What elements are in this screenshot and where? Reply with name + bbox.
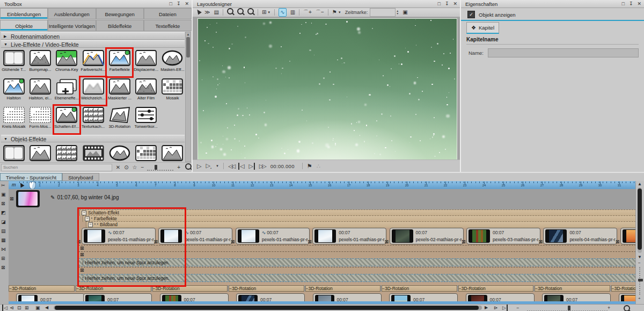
add-keyframe-icon[interactable]: ⌒+ xyxy=(303,9,312,16)
timeline-ruler[interactable]: m 12345678910111213141516171819202122232… xyxy=(9,181,636,189)
tab-texteffekte[interactable]: Texteffekte xyxy=(144,20,192,31)
tab-einblendungen[interactable]: Einblendungen xyxy=(0,8,48,19)
remove-keyframe-icon[interactable]: ⌒− xyxy=(316,9,324,16)
effect-gl-hende-t-[interactable]: Glühende T... xyxy=(1,48,27,77)
effect-grey[interactable] xyxy=(159,143,186,163)
select-tool-icon[interactable] xyxy=(196,9,201,16)
section-routenanimationen[interactable]: ▶ Routenanimationen xyxy=(1,32,185,40)
zoom-out-icon[interactable] xyxy=(237,8,244,17)
pin-icon[interactable]: ↧ xyxy=(177,0,181,8)
close-icon[interactable]: ✕ xyxy=(453,0,457,8)
effect-schatten-ef-[interactable]: Schatten-Ef... xyxy=(54,105,80,134)
new-track-dropzone[interactable]: ↕ Hierher ziehen, um neue Spur anzulegen… xyxy=(78,274,636,282)
scrollbar-thumb[interactable] xyxy=(186,37,190,57)
timeline-magnifier-icon[interactable] xyxy=(624,305,630,311)
transition-icon[interactable]: ⊠ xyxy=(231,240,235,244)
track-header-3d-rotation[interactable]: −3D-Rotation xyxy=(76,285,151,292)
timeline-clip[interactable]: ∿00:07pexels-01-mathias-pr-rec xyxy=(158,228,232,244)
effect-texturkach-[interactable]: Texturkach... xyxy=(80,105,106,134)
empty-track-row[interactable]: ⊠ xyxy=(78,267,636,274)
track-height-plus-icon[interactable]: + xyxy=(638,296,641,301)
view-mode-icon[interactable]: ⊞ xyxy=(25,305,29,311)
preview-zoom-icon[interactable] xyxy=(185,163,192,171)
close-icon[interactable]: ✕ xyxy=(637,0,641,8)
fast-forward-icon[interactable]: ▷▷ xyxy=(259,163,265,170)
new-track-dropzone[interactable]: ↕ Hierher ziehen, um neue Spur anzulegen… xyxy=(78,258,636,266)
maximize-icon[interactable]: □ xyxy=(437,0,440,8)
scroll-down-icon[interactable]: ▼ xyxy=(638,255,642,259)
name-field[interactable] xyxy=(488,48,639,57)
transition-icon[interactable]: ⊠ xyxy=(77,240,81,244)
zoom-in-plus-icon[interactable]: + xyxy=(177,164,180,171)
track-height-minus-icon[interactable]: − xyxy=(638,261,641,265)
bg-clip-label[interactable]: ✎01:07,60, bg winter 04.jpg xyxy=(50,194,119,200)
timeline-clip[interactable]: 00:07pexels-02-mathias-pr-rec xyxy=(390,228,464,244)
transition-icon[interactable]: ⊠ xyxy=(80,268,84,273)
transition-tool-icon[interactable]: ⊠ xyxy=(1,201,5,206)
zoom-fit-icon[interactable] xyxy=(247,8,254,17)
tab-bildeffekte[interactable]: Bildeffekte xyxy=(96,20,144,31)
timeline-zoom-out-icon[interactable]: − xyxy=(516,305,519,311)
effect-ebeneneffe-[interactable]: Ebeneneffe... xyxy=(54,77,80,105)
thumbnail-size-slider[interactable] xyxy=(147,164,173,171)
collapse-icon[interactable]: − xyxy=(88,222,93,227)
flag-dropdown-icon[interactable]: ▼ xyxy=(338,9,341,16)
play-dropdown-icon[interactable]: ▼ xyxy=(216,164,219,168)
transition-icon[interactable]: ⊠ xyxy=(462,240,466,244)
keyframe-jump-icon[interactable]: ⚑ xyxy=(307,163,312,170)
collapse-icon[interactable]: − xyxy=(82,211,86,215)
timeline-clip[interactable] xyxy=(620,228,636,244)
tab-dateien[interactable]: Dateien xyxy=(144,8,192,19)
image-track-icon[interactable]: ▣ xyxy=(35,305,40,311)
grid-dropdown-icon[interactable]: ▼ xyxy=(267,9,270,16)
track-header-3d-rotation[interactable]: −3D-Rotation xyxy=(229,285,304,292)
tab-kapitel[interactable]: ❖ Kapitel xyxy=(466,22,499,34)
scrollbar-thumb[interactable] xyxy=(638,189,642,250)
preview-image[interactable] xyxy=(197,18,457,160)
effect-bumpmap-[interactable]: Bumpmap... xyxy=(27,48,53,77)
effect-filmstrip[interactable] xyxy=(80,143,106,163)
section-objekt-effekte[interactable]: ▼ Objekt-Effekte xyxy=(1,135,185,142)
section-live-effekte[interactable]: ▼ Live-Effekte / Video-Effekte xyxy=(1,40,185,48)
grid-icon[interactable]: ⊞ xyxy=(262,9,266,16)
effect-farbeffekte[interactable]: Farbeffekte xyxy=(106,48,133,77)
layer-up-icon[interactable]: ◩ xyxy=(1,210,6,215)
transition-icon[interactable]: ⊠ xyxy=(308,240,312,244)
save-icon[interactable]: ▣ xyxy=(402,9,407,16)
horizontal-scrollbar[interactable] xyxy=(54,306,482,310)
transition-icon[interactable]: ⊠ xyxy=(538,240,543,244)
zoom-out-minus-icon[interactable]: − xyxy=(141,164,144,171)
expand-all-icon[interactable]: ⊞ xyxy=(1,256,5,261)
scroll-left-icon[interactable]: ◀ xyxy=(45,305,48,311)
scroll-right-icon[interactable]: ▶ xyxy=(485,305,488,311)
layer-down-icon[interactable]: ◪ xyxy=(1,219,6,225)
crossfade-icon[interactable]: ⋈ xyxy=(1,247,6,252)
track-height-slider[interactable] xyxy=(639,267,640,295)
scroll-up-icon[interactable]: ▲ xyxy=(638,182,642,186)
effect-halbton[interactable]: Halbton xyxy=(1,77,27,105)
collapse-icon[interactable]: − xyxy=(85,216,90,221)
slider-knob[interactable] xyxy=(155,165,157,170)
rewind-icon[interactable]: ◁◁ xyxy=(228,163,234,170)
effect-chroma-key[interactable]: Chroma-Key xyxy=(54,48,80,77)
sound-track-icon[interactable]: ▤ xyxy=(1,228,6,234)
track-header-3d-rotation[interactable]: −3D-Rotation xyxy=(152,285,228,292)
track-header-3d-rotation[interactable]: −3D-Rotation xyxy=(305,285,381,292)
skip-start-icon[interactable]: ◁ xyxy=(238,163,244,170)
play-from-here-icon[interactable]: ▷• xyxy=(206,162,211,170)
effect-grey[interactable] xyxy=(27,143,53,163)
tab-bewegungen[interactable]: Bewegungen xyxy=(96,8,144,19)
next-marker-icon[interactable]: ▷ xyxy=(502,305,508,311)
cut-icon[interactable]: ✂ xyxy=(1,183,5,188)
track-header-3d-rotation[interactable]: −3D-Rotation xyxy=(611,285,636,292)
tab-ausblendungen[interactable]: Ausblendungen xyxy=(48,8,96,19)
smoothing-icon[interactable]: ∴ xyxy=(317,163,320,170)
track-header-3d-rotation[interactable]: −3D-Rotation xyxy=(382,285,457,292)
search-input[interactable] xyxy=(1,164,112,171)
track-header-3d-rotation[interactable]: −3D-Rotation xyxy=(9,285,75,292)
slider-knob[interactable] xyxy=(638,279,643,281)
tab-intelligente-vorlagen[interactable]: Intelligente Vorlagen xyxy=(48,20,96,31)
transition-icon[interactable]: ⊠ xyxy=(80,246,84,251)
effect-halbton-ei-[interactable]: Halbton, ei... xyxy=(27,77,53,105)
effect-farbverschi-[interactable]: Farbverschi... xyxy=(80,48,106,77)
